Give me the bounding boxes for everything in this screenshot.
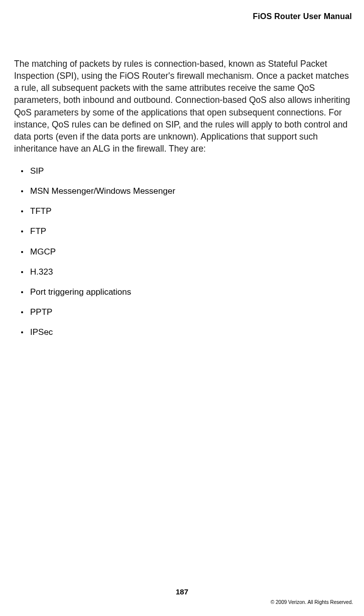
list-item-label: Port triggering applications xyxy=(30,287,131,298)
list-item-label: IPSec xyxy=(30,327,53,338)
page-number: 187 xyxy=(0,587,364,596)
body-paragraph: The matching of packets by rules is conn… xyxy=(14,58,352,155)
list-item-label: MGCP xyxy=(30,247,56,258)
bullet-icon xyxy=(21,331,23,333)
copyright-text: © 2009 Verizon. All Rights Reserved. xyxy=(271,599,353,605)
bullet-icon xyxy=(21,271,23,273)
bullet-icon xyxy=(21,190,23,192)
list-item-label: H.323 xyxy=(30,267,53,278)
bullet-icon xyxy=(21,251,23,253)
list-item: MSN Messenger/Windows Messenger xyxy=(21,186,352,197)
bullet-icon xyxy=(21,311,23,313)
list-item-label: SIP xyxy=(30,166,44,177)
list-item: IPSec xyxy=(21,327,352,338)
list-item-label: MSN Messenger/Windows Messenger xyxy=(30,186,175,197)
list-item-label: PPTP xyxy=(30,307,52,318)
bullet-icon xyxy=(21,210,23,212)
list-item: FTP xyxy=(21,226,352,237)
list-item-label: TFTP xyxy=(30,206,52,217)
list-item: MGCP xyxy=(21,247,352,258)
list-item-label: FTP xyxy=(30,226,46,237)
manual-title: FiOS Router User Manual xyxy=(253,12,352,21)
list-item: SIP xyxy=(21,166,352,177)
page-header: FiOS Router User Manual xyxy=(253,12,352,21)
list-item: H.323 xyxy=(21,267,352,278)
page-content: The matching of packets by rules is conn… xyxy=(14,58,352,347)
bullet-list: SIP MSN Messenger/Windows Messenger TFTP… xyxy=(14,166,352,338)
list-item: PPTP xyxy=(21,307,352,318)
list-item: TFTP xyxy=(21,206,352,217)
list-item: Port triggering applications xyxy=(21,287,352,298)
bullet-icon xyxy=(21,230,23,232)
bullet-icon xyxy=(21,170,23,172)
bullet-icon xyxy=(21,291,23,293)
